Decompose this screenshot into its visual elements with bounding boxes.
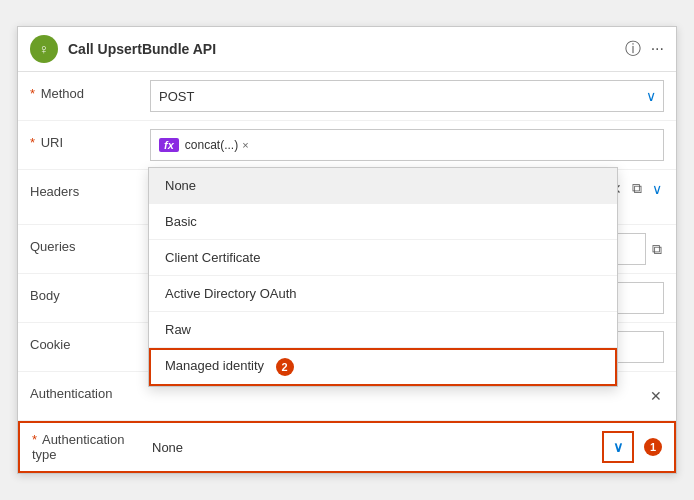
panel-title: Call UpsertBundle API <box>68 41 615 57</box>
method-row: * Method POST GET PUT DELETE ∨ <box>18 72 676 121</box>
chevron-down-icon: ∨ <box>613 439 623 455</box>
badge-2: 2 <box>276 358 294 376</box>
panel-header: ♀ Call UpsertBundle API ⓘ ··· <box>18 27 676 72</box>
clear-authentication-icon[interactable]: ✕ <box>648 386 664 406</box>
workflow-icon: ♀ <box>30 35 58 63</box>
uri-label: * URI <box>30 129 150 150</box>
concat-tag: concat(...) × <box>185 138 249 152</box>
more-options-icon[interactable]: ··· <box>651 40 664 58</box>
authentication-type-row: * Authentication type None ∨ 1 <box>18 421 676 473</box>
fx-tag: fx <box>159 138 179 152</box>
info-icon[interactable]: ⓘ <box>625 39 641 60</box>
uri-row: * URI fx concat(...) × <box>18 121 676 170</box>
uri-control: fx concat(...) × <box>150 129 664 161</box>
required-star-uri: * <box>30 135 35 150</box>
authentication-type-value: None <box>152 440 183 455</box>
dropdown-item-aad-oauth[interactable]: Active Directory OAuth <box>149 276 617 312</box>
required-star-auth: * <box>32 432 37 447</box>
expand-header-icon[interactable]: ∨ <box>650 179 664 199</box>
badge-1: 1 <box>644 438 662 456</box>
authentication-type-control: None ∨ 1 <box>152 431 662 463</box>
required-star: * <box>30 86 35 101</box>
method-select[interactable]: POST GET PUT DELETE <box>150 80 664 112</box>
uri-input-box[interactable]: fx concat(...) × <box>150 129 664 161</box>
body-label: Body <box>30 282 150 303</box>
headers-label: Headers <box>30 178 150 199</box>
authentication-type-label: * Authentication type <box>32 432 152 462</box>
panel-body: * Method POST GET PUT DELETE ∨ * U <box>18 72 676 473</box>
method-label: * Method <box>30 80 150 101</box>
method-control: POST GET PUT DELETE ∨ <box>150 80 664 112</box>
authentication-label: Authentication <box>30 380 150 401</box>
dropdown-item-raw[interactable]: Raw <box>149 312 617 348</box>
method-select-wrapper: POST GET PUT DELETE ∨ <box>150 80 664 112</box>
authentication-dropdown: None Basic Client Certificate Active Dir… <box>148 167 618 387</box>
queries-label: Queries <box>30 233 150 254</box>
authentication-type-chevron-button[interactable]: ∨ <box>602 431 634 463</box>
copy-queries-icon[interactable]: ⧉ <box>650 239 664 260</box>
header-actions: ⓘ ··· <box>625 39 664 60</box>
panel: ♀ Call UpsertBundle API ⓘ ··· * Method P… <box>17 26 677 474</box>
cookie-label: Cookie <box>30 331 150 352</box>
concat-close-icon[interactable]: × <box>242 139 248 151</box>
dropdown-item-client-cert[interactable]: Client Certificate <box>149 240 617 276</box>
dropdown-item-none[interactable]: None <box>149 168 617 204</box>
copy-header-icon[interactable]: ⧉ <box>630 178 644 199</box>
dropdown-item-basic[interactable]: Basic <box>149 204 617 240</box>
dropdown-item-managed-identity[interactable]: Managed identity 2 <box>149 348 617 386</box>
